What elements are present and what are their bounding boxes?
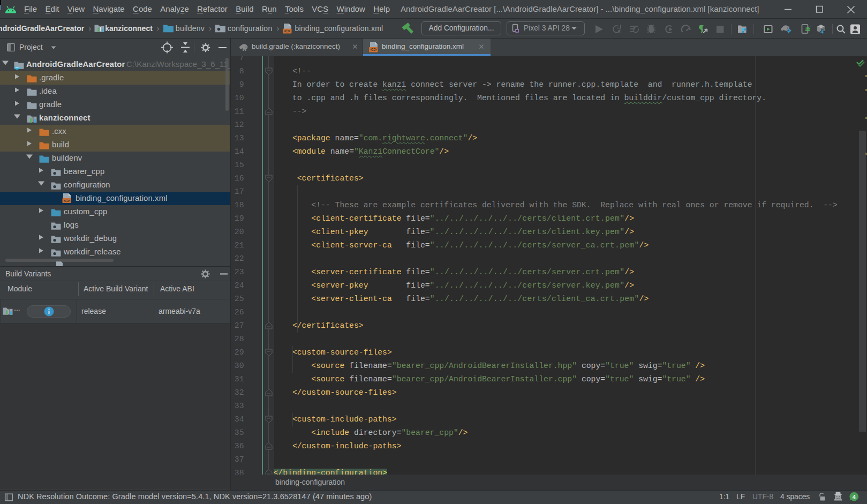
svg-text:<>: <>	[64, 198, 70, 204]
svg-text:<>: <>	[284, 28, 291, 34]
svg-text:<>: <>	[371, 47, 377, 52]
svg-text:A: A	[617, 29, 621, 34]
svg-text:4: 4	[853, 494, 856, 500]
